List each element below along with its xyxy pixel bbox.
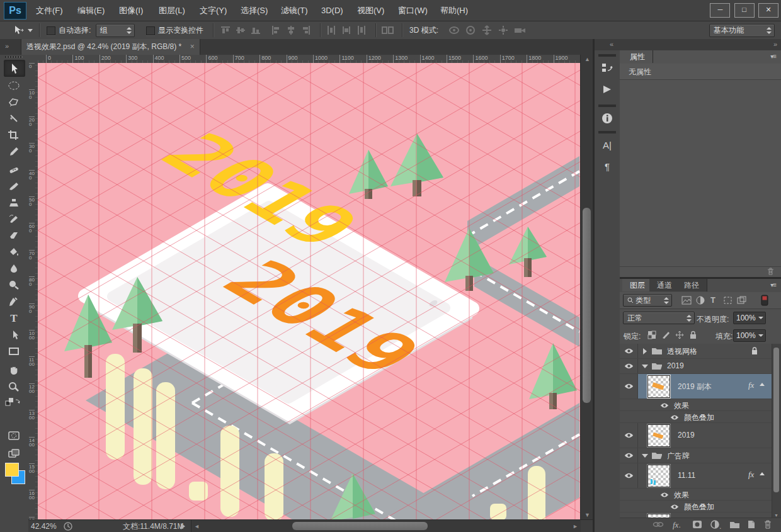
collapse-arrow[interactable] [642,365,648,368]
distribute-bottom-edges-icon[interactable] [356,25,367,37]
layer-filter-dropdown[interactable]: 类型 [623,294,672,307]
eyedropper-tool[interactable] [4,143,24,159]
status-icon[interactable] [64,522,72,532]
new-layer-icon[interactable] [747,520,756,531]
workspace-switcher[interactable]: 基本功能 [709,24,775,37]
healing-brush-tool[interactable] [4,162,24,178]
effects-header-row[interactable]: 效果 [620,399,781,411]
path-selection-tool[interactable] [4,327,24,342]
scroll-down-icon[interactable]: ▼ [584,512,590,518]
align-vertical-centers-icon[interactable] [236,25,246,37]
filter-pixel-layers-icon[interactable] [681,296,692,307]
horizontal-scroll-thumb[interactable] [292,522,428,530]
clone-stamp-tool[interactable] [4,195,24,210]
collapse-effects-arrow[interactable] [760,472,765,475]
menu-3d[interactable]: 3D(D) [314,0,350,21]
zoom-level-field[interactable]: 42.42% [31,520,57,532]
partial-layer-row[interactable] [620,512,781,518]
distribute-top-edges-icon[interactable] [326,25,336,37]
blend-mode-dropdown[interactable]: 正常 [623,312,695,324]
menu-filter[interactable]: 滤镜(T) [274,0,315,21]
swap-colors-icon[interactable] [5,397,21,408]
fill-field[interactable]: 100% [733,329,766,342]
collapse-arrow[interactable] [642,454,648,458]
align-left-edges-icon[interactable] [271,25,281,37]
scroll-down-icon[interactable]: ▼ [774,513,778,518]
align-horizontal-centers-icon[interactable] [286,25,296,37]
collapse-toolbar-icon[interactable]: » [5,42,9,50]
3d-slide-icon[interactable] [498,25,509,37]
layer-row-1111[interactable]: 11.11 fx [620,463,781,489]
type-tool[interactable]: T [4,310,24,326]
quick-mask-button[interactable] [4,427,24,443]
visibility-toggle[interactable] [620,463,638,488]
scroll-up-icon[interactable]: ▲ [584,56,590,62]
history-brush-tool[interactable] [4,211,24,227]
maximize-button[interactable]: □ [734,3,755,18]
tab-properties[interactable]: 属性 [622,50,653,63]
move-tool[interactable] [4,60,25,77]
status-popup-arrow[interactable] [181,523,185,529]
crop-tool[interactable] [4,127,24,142]
menu-help[interactable]: 帮助(H) [433,0,475,21]
delete-layer-icon[interactable] [763,520,772,531]
filter-smart-objects-icon[interactable] [737,296,746,307]
close-button[interactable]: ✕ [758,3,778,18]
actions-panel-icon[interactable] [595,79,620,99]
info-panel-icon[interactable] [595,108,620,128]
canvas-vertical-scrollbar[interactable]: ▲ ▼ [580,55,593,519]
pen-tool[interactable] [4,294,24,310]
visibility-toggle[interactable] [670,414,679,422]
ruler-corner[interactable] [28,55,38,64]
foreground-color[interactable] [5,463,19,477]
fx-badge[interactable]: fx [748,470,754,480]
expand-panels-icon[interactable]: « [610,40,613,48]
lock-all-icon[interactable] [689,330,697,341]
menu-view[interactable]: 视图(V) [350,0,391,21]
new-group-icon[interactable] [729,520,740,531]
menu-window[interactable]: 窗口(W) [391,0,435,21]
tool-preset-arrow[interactable] [28,29,33,32]
align-right-edges-icon[interactable] [301,25,311,37]
add-mask-icon[interactable] [692,520,702,531]
auto-align-layers-icon[interactable] [382,25,394,37]
auto-select-checkbox[interactable] [47,26,55,35]
scroll-left-icon[interactable]: ◄ [194,523,200,529]
tab-channels[interactable]: 通道 [649,279,680,291]
effect-row-color-overlay[interactable]: 颜色叠加 [620,501,781,512]
tab-layers[interactable]: 图层 [622,279,653,291]
opacity-field[interactable]: 100% [733,312,766,324]
distribute-vertical-centers-icon[interactable] [341,25,351,37]
visibility-toggle[interactable] [660,402,669,410]
align-bottom-edges-icon[interactable] [251,25,261,37]
paint-bucket-tool[interactable] [4,244,24,259]
document-tab[interactable]: 透视效果2.psd @ 42.4% (2019 副本, RGB/8) * × [21,39,200,55]
expand-arrow[interactable] [643,348,647,354]
layers-scrollbar[interactable]: ▼ [772,344,781,518]
visibility-toggle[interactable] [620,448,638,463]
3d-orbit-icon[interactable] [448,25,460,37]
auto-select-dropdown[interactable]: 组 [96,24,135,37]
blur-tool[interactable] [4,260,24,276]
history-panel-icon[interactable] [595,58,620,78]
layer-row-billboard-group[interactable]: 广告牌 [620,448,781,463]
filter-toggle-switch[interactable] [761,295,768,308]
menu-select[interactable]: 选择(S) [234,0,275,21]
layer-thumbnail[interactable] [647,465,670,487]
rectangle-tool[interactable] [4,343,24,359]
marquee-tool[interactable] [4,77,24,93]
visibility-toggle[interactable] [660,491,669,500]
dodge-tool[interactable] [4,276,24,292]
delete-icon[interactable] [767,268,775,278]
layer-row-2019-copy[interactable]: 2019 副本 fx [620,374,781,399]
effects-header-row[interactable]: 效果 [620,489,781,501]
menu-type[interactable]: 文字(Y) [193,0,234,21]
effect-row-color-overlay[interactable]: 颜色叠加 [620,411,781,423]
zoom-tool[interactable] [4,378,24,394]
paragraph-panel-icon[interactable]: ¶ [595,156,620,176]
minimize-button[interactable]: ─ [710,3,730,18]
eraser-tool[interactable] [4,227,24,243]
show-transform-checkbox[interactable] [146,26,155,35]
layers-scroll-thumb[interactable] [773,348,779,492]
tab-paths[interactable]: 路径 [676,279,707,291]
